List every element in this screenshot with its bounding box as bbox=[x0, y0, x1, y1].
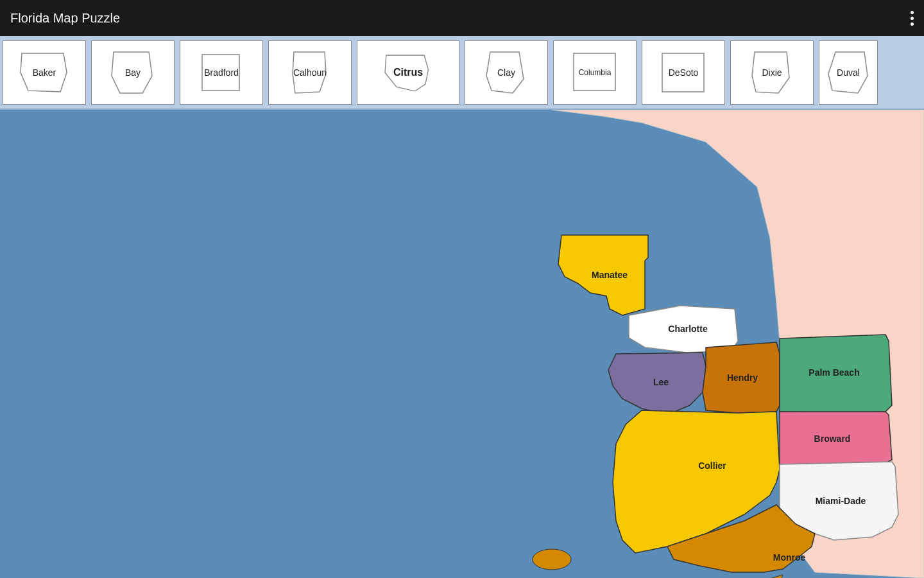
palm-beach-county[interactable] bbox=[780, 335, 892, 413]
tray-bay-label: Bay bbox=[125, 67, 141, 78]
lee-county[interactable] bbox=[608, 353, 706, 415]
tray-calhoun-label: Calhoun bbox=[293, 67, 327, 78]
tray-clay-label: Clay bbox=[497, 67, 515, 78]
tray-bradford-label: Bradford bbox=[204, 67, 239, 78]
tray-desoto[interactable]: DeSoto bbox=[642, 40, 725, 105]
hendry-county[interactable] bbox=[703, 342, 780, 413]
tray-calhoun[interactable]: Calhoun bbox=[268, 40, 352, 105]
tray-clay[interactable]: Clay bbox=[465, 40, 548, 105]
tray-dixie-label: Dixie bbox=[762, 67, 782, 78]
more-options-icon[interactable] bbox=[911, 11, 914, 26]
manatee-county[interactable] bbox=[558, 235, 648, 315]
puzzle-tray: Baker Bay Bradford Calhoun Citrus Clay bbox=[0, 36, 924, 110]
app-title: Florida Map Puzzle bbox=[10, 11, 120, 26]
tray-columbia-label: Columbia bbox=[579, 68, 612, 77]
tray-bradford[interactable]: Bradford bbox=[180, 40, 263, 105]
tray-baker-label: Baker bbox=[33, 67, 56, 78]
tray-dixie[interactable]: Dixie bbox=[730, 40, 814, 105]
tray-columbia[interactable]: Columbia bbox=[553, 40, 637, 105]
tray-citrus-label: Citrus bbox=[393, 67, 423, 78]
map-area: Manatee Charlotte Lee Hendry Palm Beach … bbox=[0, 110, 924, 578]
broward-county[interactable] bbox=[780, 412, 892, 464]
tray-baker[interactable]: Baker bbox=[3, 40, 86, 105]
tray-duval[interactable]: Duval bbox=[819, 40, 878, 105]
tray-bay[interactable]: Bay bbox=[91, 40, 175, 105]
svg-point-10 bbox=[533, 549, 571, 570]
charlotte-county[interactable] bbox=[629, 306, 738, 353]
tray-duval-label: Duval bbox=[837, 67, 860, 78]
tray-citrus[interactable]: Citrus bbox=[357, 40, 459, 105]
app-header: Florida Map Puzzle bbox=[0, 0, 924, 36]
florida-map-svg: Manatee Charlotte Lee Hendry Palm Beach … bbox=[0, 110, 924, 578]
tray-desoto-label: DeSoto bbox=[669, 67, 699, 78]
